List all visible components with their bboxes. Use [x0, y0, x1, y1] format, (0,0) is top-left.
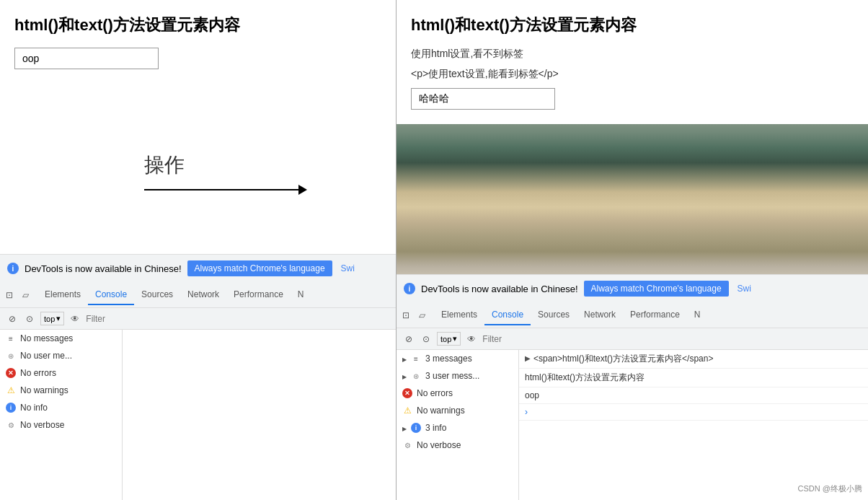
right-filter-input[interactable] — [482, 334, 862, 344]
right-line3-text: oop — [525, 390, 539, 400]
right-line1-text: <span>html()和text()方法设置元素内容</span> — [533, 353, 713, 365]
right-tab-console[interactable]: Console — [484, 305, 531, 325]
left-filter-input[interactable] — [86, 314, 390, 324]
right-user-icon: ⊛ — [411, 371, 421, 381]
right-console-prompt: › — [519, 404, 868, 421]
right-console-sidebar: ▶ ≡ 3 messages ▶ ⊛ 3 user mess... ✕ No e… — [397, 350, 519, 500]
right-verbose-label: No verbose — [417, 440, 461, 450]
right-inspect-icon[interactable]: ⊡ — [399, 309, 412, 322]
left-warning-label: No warnings — [20, 385, 68, 395]
left-devtools-tabs: ⊡ ▱ Elements Console Sources Network Per… — [0, 282, 396, 308]
right-info-icon: i — [411, 423, 421, 433]
right-console-body: ▶ ≡ 3 messages ▶ ⊛ 3 user mess... ✕ No e… — [397, 350, 868, 500]
right-tab-sources[interactable]: Sources — [531, 305, 577, 325]
right-tab-performance[interactable]: Performance — [623, 305, 687, 325]
left-console-body: ≡ No messages ⊛ No user me... ✕ No error… — [0, 330, 396, 500]
left-sidebar-verbose[interactable]: ⚙ No verbose — [0, 416, 122, 434]
left-sidebar-messages[interactable]: ≡ No messages — [0, 330, 122, 347]
left-sidebar-warnings[interactable]: ⚠ No warnings — [0, 382, 122, 399]
left-clear-icon[interactable]: ⊘ — [6, 312, 19, 325]
left-sidebar-user[interactable]: ⊛ No user me... — [0, 347, 122, 364]
right-sidebar-messages[interactable]: ▶ ≡ 3 messages — [397, 350, 518, 367]
left-tab-elements[interactable]: Elements — [37, 285, 88, 305]
right-input[interactable] — [411, 88, 555, 110]
right-console-line-2: html()和text()方法设置元素内容 — [519, 369, 868, 387]
right-tab-network[interactable]: Network — [577, 305, 623, 325]
left-sidebar-info[interactable]: i No info — [0, 399, 122, 416]
left-inspect-icon[interactable]: ⊡ — [3, 289, 16, 302]
right-device-icon[interactable]: ▱ — [415, 309, 428, 322]
right-info-expand: ▶ — [402, 426, 407, 432]
right-user-label: 3 user mess... — [425, 371, 479, 381]
left-user-icon: ⊛ — [6, 351, 16, 361]
right-tab-more[interactable]: N — [687, 305, 708, 325]
right-line1-arrow: ▶ — [525, 354, 531, 362]
left-tab-sources[interactable]: Sources — [134, 285, 180, 305]
right-page-content: html()和text()方法设置元素内容 使用html设置,看不到标签 <p>… — [397, 0, 868, 124]
left-input[interactable] — [14, 48, 159, 69]
right-sidebar-verbose[interactable]: ⚙ No verbose — [397, 437, 518, 454]
right-page-title: html()和text()方法设置元素内容 — [411, 14, 854, 36]
left-tab-performance[interactable]: Performance — [226, 285, 291, 305]
right-messages-expand: ▶ — [402, 356, 407, 363]
right-console-content: ▶ <span>html()和text()方法设置元素内容</span> htm… — [519, 350, 868, 500]
left-eye-icon[interactable]: 👁 — [68, 312, 81, 325]
left-switch-button[interactable]: Swi — [338, 260, 358, 276]
right-console-line-3: oop — [519, 387, 868, 404]
left-sidebar-errors[interactable]: ✕ No errors — [0, 364, 122, 382]
right-switch-button[interactable]: Swi — [735, 281, 754, 297]
right-console-toolbar: ⊘ ⊙ top ▾ 👁 — [397, 328, 868, 350]
left-notify-text: DevTools is now available in Chinese! — [25, 263, 182, 274]
left-console-content — [123, 330, 396, 500]
right-sidebar-user[interactable]: ▶ ⊛ 3 user mess... — [397, 367, 518, 385]
text-set-label: <p>使用text设置,能看到标签</p> — [411, 68, 854, 81]
left-filter-icon[interactable]: ⊙ — [23, 312, 36, 325]
left-tab-network[interactable]: Network — [180, 285, 226, 305]
left-verbose-icon: ⚙ — [6, 420, 16, 430]
left-half: html()和text()方法设置元素内容 i DevTools is now … — [0, 0, 397, 500]
left-top-selector[interactable]: top ▾ — [40, 312, 64, 325]
left-device-icon[interactable]: ▱ — [19, 289, 32, 302]
left-top-label: top — [44, 315, 55, 323]
left-info-label: No info — [20, 403, 48, 413]
right-console-line-1: ▶ <span>html()和text()方法设置元素内容</span> — [519, 350, 868, 369]
right-tab-elements[interactable]: Elements — [434, 305, 484, 325]
right-tab-icons: ⊡ ▱ — [399, 309, 428, 322]
left-info-icon: i — [6, 403, 16, 413]
right-top-selector[interactable]: top ▾ — [437, 332, 461, 346]
left-always-match-button[interactable]: Always match Chrome's language — [187, 260, 332, 276]
left-page-title: html()和text()方法设置元素内容 — [14, 14, 381, 36]
left-tab-icons: ⊡ ▱ — [3, 289, 32, 302]
right-error-label: No errors — [417, 388, 453, 398]
left-user-label: No user me... — [20, 351, 72, 361]
right-clear-icon[interactable]: ⊘ — [402, 333, 415, 346]
right-devtools-notify: i DevTools is now available in Chinese! … — [397, 274, 868, 302]
right-user-expand: ▶ — [402, 374, 407, 380]
right-warning-icon: ⚠ — [402, 405, 412, 416]
left-tab-console[interactable]: Console — [88, 285, 134, 305]
left-tab-more[interactable]: N — [291, 285, 311, 305]
right-console-cursor: › — [525, 407, 528, 417]
left-notify-icon: i — [7, 263, 19, 274]
left-error-label: No errors — [20, 368, 56, 378]
left-empty-space — [0, 84, 396, 254]
left-messages-label: No messages — [20, 333, 73, 343]
right-top-label: top — [440, 335, 451, 343]
right-notify-text: DevTools is now available in Chinese! — [421, 284, 578, 294]
left-verbose-label: No verbose — [20, 420, 64, 430]
right-always-match-button[interactable]: Always match Chrome's language — [584, 281, 729, 297]
html-set-label: 使用html设置,看不到标签 — [411, 48, 854, 61]
right-filter-icon[interactable]: ⊙ — [420, 333, 433, 346]
left-error-icon: ✕ — [6, 368, 16, 378]
right-devtools-tabs: ⊡ ▱ Elements Console Sources Network Per… — [397, 302, 868, 328]
right-sidebar-info[interactable]: ▶ i 3 info — [397, 419, 518, 437]
watermark: CSDN @终极小腾 — [798, 483, 862, 494]
right-sidebar-warnings[interactable]: ⚠ No warnings — [397, 402, 518, 419]
left-console-toolbar: ⊘ ⊙ top ▾ 👁 — [0, 308, 396, 330]
left-devtools-notify: i DevTools is now available in Chinese! … — [0, 254, 396, 282]
left-console-sidebar: ≡ No messages ⊛ No user me... ✕ No error… — [0, 330, 123, 500]
right-eye-icon[interactable]: 👁 — [465, 333, 478, 346]
right-messages-icon: ≡ — [411, 354, 421, 364]
right-empty-space — [397, 124, 868, 274]
right-sidebar-errors[interactable]: ✕ No errors — [397, 385, 518, 402]
